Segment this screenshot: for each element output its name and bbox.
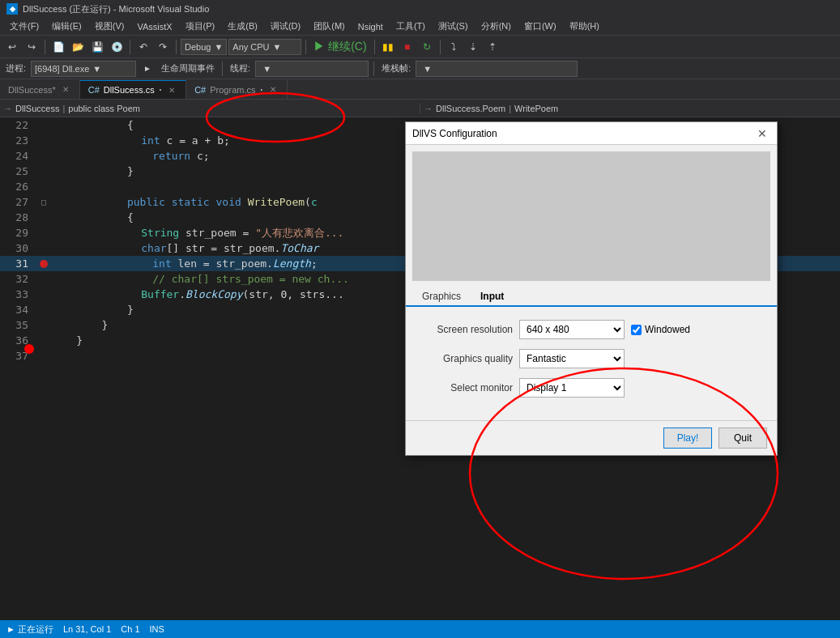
menu-file[interactable]: 文件(F) xyxy=(3,18,45,35)
back-btn[interactable]: ↩ xyxy=(3,38,21,56)
restart-btn[interactable]: ↻ xyxy=(418,38,436,56)
nav-area: → DllSuccess | public class Poem → DllSu… xyxy=(0,100,840,117)
titlebar: ◆ DllSuccess (正在运行) - Microsoft Visual S… xyxy=(0,0,840,18)
chevron-down-icon: ▼ xyxy=(214,42,223,52)
chevron-down-icon3: ▼ xyxy=(92,64,101,74)
status-ins: INS xyxy=(150,624,164,634)
statusbar: ► 正在运行 Ln 31, Col 1 Ch 1 INS xyxy=(0,620,840,638)
step-over-btn[interactable]: ⤵ xyxy=(445,38,463,56)
tab-modified-dot: · xyxy=(159,83,162,97)
thread-dropdown[interactable]: ▼ xyxy=(255,61,369,77)
dllvs-config-dialog[interactable]: DllVS Configuration ✕ Graphics Input Scr… xyxy=(405,121,778,456)
graphics-quality-row: Graphics quality Fastest Fast Simple Goo… xyxy=(416,349,767,368)
step-out-btn[interactable]: ⇡ xyxy=(484,38,501,56)
pause-btn[interactable]: ▮▮ xyxy=(379,38,397,56)
dialog-close-button[interactable]: ✕ xyxy=(754,125,770,142)
menu-team[interactable]: 团队(M) xyxy=(307,18,352,35)
dialog-graphics-content: Screen resolution 640 x 480 800 x 600 10… xyxy=(406,307,777,420)
tab-label: DllSuccess* xyxy=(8,85,56,95)
input-tab-label: Input xyxy=(480,291,504,302)
new-file-btn[interactable]: 📄 xyxy=(49,38,67,56)
screen-resolution-label: Screen resolution xyxy=(416,324,513,335)
status-char: Ch 1 xyxy=(121,624,139,634)
redo-btn[interactable]: ↷ xyxy=(154,38,172,56)
menu-window[interactable]: 窗口(W) xyxy=(518,18,563,35)
cs-file-icon2: C# xyxy=(194,85,206,95)
select-monitor-row: Select monitor Display 1 Display 2 xyxy=(416,378,767,398)
tab-close-program[interactable]: ✕ xyxy=(267,84,279,96)
editor-tabs: DllSuccess* ✕ C# DllSucess.cs · ✕ C# Pro… xyxy=(0,79,840,100)
nav-sep1: | xyxy=(62,104,65,113)
quit-button[interactable]: Quit xyxy=(718,427,767,449)
forward-btn[interactable]: ↪ xyxy=(23,38,41,56)
windowed-label: Windowed xyxy=(645,324,690,335)
breakpoint-icon xyxy=(40,260,48,268)
sep7 xyxy=(222,62,223,76)
platform-dropdown[interactable]: Any CPU ▼ xyxy=(228,39,301,55)
menubar: 文件(F) 编辑(E) 视图(V) VAssistX 项目(P) 生成(B) 调… xyxy=(0,18,840,36)
open-btn[interactable]: 📂 xyxy=(69,38,87,56)
chevron-down-icon4: ▼ xyxy=(262,64,271,74)
dialog-titlebar: DllVS Configuration ✕ xyxy=(406,122,777,145)
lifecycle-btn[interactable]: ► xyxy=(139,60,156,78)
windowed-checkbox[interactable] xyxy=(631,325,642,335)
menu-tools[interactable]: 工具(T) xyxy=(390,18,432,35)
tab-dllsuccess[interactable]: DllSuccess* ✕ xyxy=(0,80,80,99)
stack-label: 堆栈帧: xyxy=(382,62,411,74)
process-dropdown[interactable]: [6948] Dll.exe ▼ xyxy=(31,61,136,77)
nav-arrow-right: → xyxy=(424,104,433,113)
graphics-tab-label: Graphics xyxy=(422,291,461,302)
tab-dllsuccess-cs[interactable]: C# DllSucess.cs · ✕ xyxy=(80,80,186,99)
graphics-quality-label: Graphics quality xyxy=(416,353,513,364)
tab-label-program: Program.cs xyxy=(210,85,255,95)
tab-program-cs[interactable]: C# Program.cs · ✕ xyxy=(186,80,288,99)
tab-label-cs: DllSucess.cs xyxy=(104,85,155,95)
menu-view[interactable]: 视图(V) xyxy=(88,18,131,35)
menu-analyze[interactable]: 分析(N) xyxy=(475,18,518,35)
chevron-down-icon5: ▼ xyxy=(423,64,432,74)
menu-project[interactable]: 项目(P) xyxy=(179,18,222,35)
play-button[interactable]: Play! xyxy=(663,427,712,449)
sep3 xyxy=(176,40,177,54)
nav-ns-left: DllSuccess.Poem xyxy=(436,104,505,113)
menu-edit[interactable]: 编辑(E) xyxy=(45,18,88,35)
platform-label: Any CPU xyxy=(232,42,269,52)
continue-btn[interactable]: ▶ 继续(C) xyxy=(310,40,369,54)
nav-arrow-left: → xyxy=(3,104,12,113)
dialog-footer: Play! Quit xyxy=(406,420,777,455)
menu-vassistx[interactable]: VAssistX xyxy=(130,18,178,35)
save-btn[interactable]: 💾 xyxy=(88,38,106,56)
select-monitor-label: Select monitor xyxy=(416,382,513,393)
step-into-btn[interactable]: ⇣ xyxy=(464,38,482,56)
graphics-quality-select[interactable]: Fastest Fast Simple Good Beautiful Fanta… xyxy=(519,349,625,368)
select-monitor-select[interactable]: Display 1 Display 2 xyxy=(519,378,625,398)
debug-toolbar: 进程: [6948] Dll.exe ▼ ► 生命周期事件 线程: ▼ 堆栈帧:… xyxy=(0,58,840,79)
menu-debug[interactable]: 调试(D) xyxy=(264,18,307,35)
tab-close-cs[interactable]: ✕ xyxy=(166,84,177,96)
tab-modified-dot2: · xyxy=(259,83,262,97)
status-location: Ln 31, Col 1 xyxy=(63,624,111,634)
debug-config-dropdown[interactable]: Debug ▼ xyxy=(181,39,227,55)
cs-file-icon: C# xyxy=(88,85,100,95)
sep2 xyxy=(130,40,130,54)
screen-resolution-row: Screen resolution 640 x 480 800 x 600 10… xyxy=(416,320,767,339)
tab-close-dllsuccess[interactable]: ✕ xyxy=(60,84,71,96)
dialog-tab-graphics[interactable]: Graphics xyxy=(412,287,471,305)
stack-dropdown[interactable]: ▼ xyxy=(416,61,578,77)
windowed-checkbox-row: Windowed xyxy=(631,324,690,335)
save-all-btn[interactable]: 💿 xyxy=(108,38,126,56)
menu-build[interactable]: 生成(B) xyxy=(221,18,264,35)
sep5 xyxy=(374,40,375,54)
screen-resolution-select[interactable]: 640 x 480 800 x 600 1024 x 768 1920 x 10… xyxy=(519,320,625,339)
menu-help[interactable]: 帮助(H) xyxy=(563,18,606,35)
thread-label: 线程: xyxy=(230,62,250,74)
dialog-tab-input[interactable]: Input xyxy=(471,287,514,307)
process-value: [6948] Dll.exe xyxy=(35,64,89,74)
stop-btn[interactable]: ■ xyxy=(399,38,416,56)
lifecycle-label: 生命周期事件 xyxy=(161,62,215,74)
nav-class-right: public class Poem xyxy=(68,104,140,113)
main-area: 22 { 23 int c = a + b; 24 return c; 25 xyxy=(0,117,840,638)
menu-nsight[interactable]: Nsight xyxy=(352,18,390,35)
undo-btn[interactable]: ↶ xyxy=(134,38,152,56)
menu-test[interactable]: 测试(S) xyxy=(432,18,475,35)
